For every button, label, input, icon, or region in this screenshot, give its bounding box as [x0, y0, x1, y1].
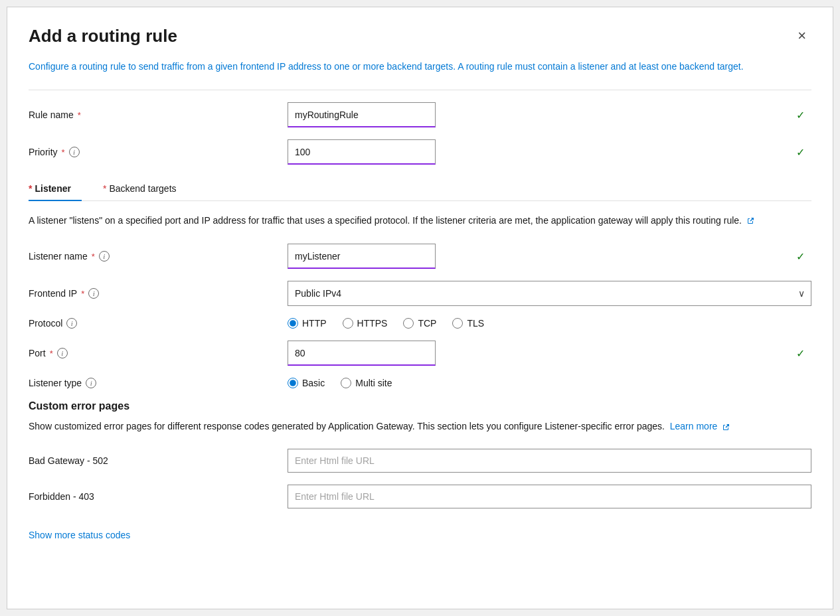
- add-routing-rule-dialog: Add a routing rule × Configure a routing…: [7, 7, 833, 609]
- frontend-ip-label: Frontend IP * i: [29, 288, 288, 299]
- listener-description: A listener "listens" on a specified port…: [29, 213, 811, 228]
- bad-gateway-label: Bad Gateway - 502: [29, 455, 288, 466]
- protocol-tls-radio[interactable]: [452, 318, 463, 329]
- protocol-row: Protocol i HTTP HTTPS TCP TLS: [29, 318, 811, 329]
- port-info-icon[interactable]: i: [57, 348, 68, 358]
- frontend-ip-required: *: [81, 289, 84, 299]
- listener-name-row: Listener name * i ✓: [29, 244, 811, 269]
- protocol-tcp-radio[interactable]: [403, 318, 414, 329]
- divider-top: [29, 90, 811, 90]
- protocol-tcp-label[interactable]: TCP: [403, 318, 436, 329]
- custom-error-pages-title: Custom error pages: [29, 400, 811, 412]
- protocol-http-radio[interactable]: [288, 318, 298, 329]
- listener-type-multisite-label[interactable]: Multi site: [341, 378, 392, 388]
- listener-name-label: Listener name * i: [29, 251, 288, 262]
- forbidden-url-input[interactable]: [288, 485, 811, 508]
- listener-type-radio-group: Basic Multi site: [288, 378, 392, 388]
- listener-learn-more-link[interactable]: [744, 215, 754, 226]
- forbidden-label: Forbidden - 403: [29, 491, 288, 502]
- listener-type-row: Listener type i Basic Multi site: [29, 378, 811, 388]
- port-check-icon: ✓: [796, 347, 805, 360]
- tabs-row: * Listener * Backend targets: [29, 177, 811, 201]
- tab-backend-targets[interactable]: * Backend targets: [103, 177, 187, 200]
- protocol-https-radio[interactable]: [343, 318, 353, 329]
- frontend-ip-select[interactable]: Public IPv4 Private IPv4: [288, 281, 811, 306]
- priority-check-icon: ✓: [796, 146, 805, 159]
- frontend-ip-info-icon[interactable]: i: [88, 288, 99, 299]
- rule-name-input-wrapper: ✓: [288, 102, 811, 127]
- port-label: Port * i: [29, 348, 288, 358]
- bad-gateway-row: Bad Gateway - 502: [29, 449, 811, 473]
- frontend-ip-row: Frontend IP * i Public IPv4 Private IPv4…: [29, 281, 811, 306]
- listener-name-input-wrapper: ✓: [288, 244, 811, 269]
- listener-name-check-icon: ✓: [796, 250, 805, 263]
- port-required: *: [50, 348, 53, 358]
- port-input-wrapper: ✓: [288, 341, 811, 366]
- listener-type-label: Listener type i: [29, 378, 288, 388]
- listener-type-multisite-radio[interactable]: [341, 378, 351, 388]
- protocol-http-label[interactable]: HTTP: [288, 318, 327, 329]
- rule-name-required: *: [78, 110, 81, 120]
- rule-name-check-icon: ✓: [796, 109, 805, 121]
- priority-label: Priority * i: [29, 147, 288, 157]
- protocol-radio-group: HTTP HTTPS TCP TLS: [288, 318, 484, 329]
- learn-more-link[interactable]: Learn more: [670, 421, 730, 431]
- show-more-status-codes-link[interactable]: Show more status codes: [29, 530, 130, 540]
- bad-gateway-url-input[interactable]: [288, 449, 811, 473]
- forbidden-row: Forbidden - 403: [29, 485, 811, 508]
- frontend-ip-select-wrapper: Public IPv4 Private IPv4 ∨: [288, 281, 811, 306]
- rule-name-input[interactable]: [288, 102, 436, 127]
- priority-required: *: [62, 147, 65, 157]
- dialog-title: Add a routing rule: [29, 26, 177, 46]
- listener-name-input[interactable]: [288, 244, 436, 269]
- dialog-header: Add a routing rule ×: [29, 26, 811, 46]
- protocol-tls-label[interactable]: TLS: [452, 318, 484, 329]
- dialog-description: Configure a routing rule to send traffic…: [29, 60, 811, 74]
- protocol-https-label[interactable]: HTTPS: [343, 318, 388, 329]
- rule-name-row: Rule name * ✓: [29, 102, 811, 127]
- custom-error-pages-description: Show customized error pages for differen…: [29, 419, 811, 433]
- priority-input[interactable]: [288, 139, 436, 165]
- priority-row: Priority * i ✓: [29, 139, 811, 165]
- listener-name-required: *: [92, 252, 95, 262]
- port-input[interactable]: [288, 341, 436, 366]
- priority-input-wrapper: ✓: [288, 139, 811, 165]
- listener-type-basic-label[interactable]: Basic: [288, 378, 325, 388]
- listener-name-info-icon[interactable]: i: [99, 251, 110, 262]
- protocol-label: Protocol i: [29, 318, 288, 329]
- protocol-info-icon[interactable]: i: [66, 318, 77, 329]
- tab-listener[interactable]: * Listener: [29, 177, 82, 200]
- listener-type-basic-radio[interactable]: [288, 378, 298, 388]
- close-button[interactable]: ×: [792, 26, 811, 46]
- listener-type-info-icon[interactable]: i: [86, 378, 96, 388]
- priority-info-icon[interactable]: i: [69, 147, 80, 157]
- rule-name-label: Rule name *: [29, 110, 288, 120]
- port-row: Port * i ✓: [29, 341, 811, 366]
